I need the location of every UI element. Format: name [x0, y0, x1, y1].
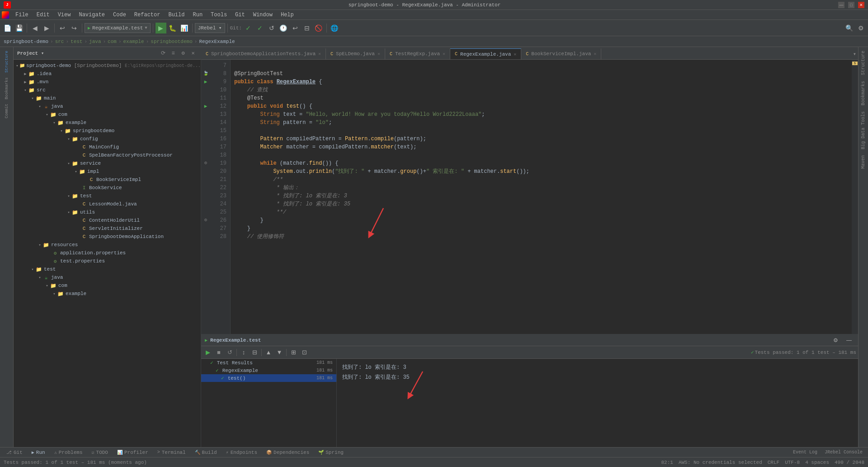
- tree-BookServiceImpl[interactable]: ▶ C BookServiceImpl: [14, 176, 201, 184]
- bottom-tab-profiler[interactable]: 📊 Profiler: [113, 449, 153, 456]
- tree-SpelBean[interactable]: ▶ C SpelBeanFactoryPostProcessor: [14, 151, 201, 159]
- bottom-tab-todo[interactable]: ☑ TODO: [87, 449, 113, 456]
- forward-button[interactable]: ▶: [41, 23, 52, 33]
- bookmarks-tool[interactable]: Bookmarks: [4, 76, 10, 101]
- search-everywhere-button[interactable]: 🔍: [844, 23, 854, 33]
- event-log-link[interactable]: Event Log: [789, 450, 821, 455]
- run-tree-test[interactable]: ✓ test() 181 ms: [201, 374, 336, 382]
- tree-com[interactable]: ▾ 📁 com: [14, 110, 201, 119]
- right-tab-bookmarks[interactable]: Bookmarks: [860, 78, 867, 108]
- tree-utils[interactable]: ▾ 📁 utils: [14, 208, 201, 216]
- git-pull-button[interactable]: ↺: [266, 23, 277, 33]
- bc-project[interactable]: springboot-demo: [4, 39, 48, 44]
- code-editor[interactable]: 🍃 ▶ ▶ ⊙ ⊙: [201, 60, 858, 334]
- run-tree-TestResults[interactable]: ✓ Test Results 181 ms: [201, 359, 336, 367]
- redo-button[interactable]: ↪: [69, 23, 80, 33]
- minimize-button[interactable]: —: [838, 2, 844, 8]
- settings-button[interactable]: ⚙: [855, 23, 866, 33]
- bc-example[interactable]: example: [123, 39, 144, 44]
- tabs-menu-button[interactable]: ▾: [851, 49, 858, 59]
- bc-test[interactable]: test: [71, 39, 82, 44]
- tree-example[interactable]: ▾ 📁 example: [14, 119, 201, 127]
- menu-refactor[interactable]: Refactor: [131, 11, 164, 19]
- tree-impl[interactable]: ▾ 📁 impl: [14, 167, 201, 176]
- tree-BookService[interactable]: ▶ I BookService: [14, 184, 201, 192]
- gutter-8[interactable]: 🍃: [201, 70, 210, 78]
- bottom-tab-dependencies[interactable]: 📦 Dependencies: [262, 449, 314, 456]
- bottom-tab-run[interactable]: ▶ Run: [27, 449, 50, 456]
- menu-help[interactable]: Help: [277, 11, 297, 19]
- structure-tool[interactable]: Structure: [4, 49, 10, 75]
- git-push-button[interactable]: ✓: [255, 23, 265, 33]
- git-history-button[interactable]: 🕐: [278, 23, 289, 33]
- tree-resources[interactable]: ▾ 📁 resources: [14, 241, 201, 249]
- close-tab-SpELDemo[interactable]: ✕: [377, 51, 380, 57]
- save-button[interactable]: 💾: [14, 23, 24, 33]
- close-tab-TestRegExp[interactable]: ✕: [443, 51, 445, 57]
- project-sync-btn[interactable]: ⟳: [159, 49, 167, 57]
- project-hide-btn[interactable]: ✕: [189, 49, 197, 57]
- run-tree-RegexExample[interactable]: ✓ RegexExample 181 ms: [201, 367, 336, 374]
- tree-mvn[interactable]: ▶ 📁 .mvn: [14, 78, 201, 86]
- git-check-button[interactable]: ✓: [243, 23, 254, 33]
- tab-SpringbootDemoApplicationTests[interactable]: C SpringbootDemoApplicationTests.java ✕: [201, 48, 326, 59]
- right-tab-big-data-tools[interactable]: Big Data Tools: [860, 109, 867, 152]
- tree-test-properties[interactable]: ▶ ⚙ test.properties: [14, 257, 201, 265]
- bottom-tab-terminal[interactable]: > Terminal: [153, 449, 190, 456]
- run-prev-button[interactable]: ▲: [264, 348, 274, 357]
- menu-navigate[interactable]: Navigate: [75, 11, 108, 19]
- debug-button[interactable]: 🐛: [167, 23, 178, 33]
- bottom-tab-git[interactable]: ⎇ Git: [2, 449, 27, 456]
- tree-LessonModel[interactable]: ▶ C LessonModel.java: [14, 200, 201, 208]
- menu-tools[interactable]: Tools: [207, 11, 231, 19]
- tree-ServletInitializer[interactable]: ▶ C ServletInitializer: [14, 224, 201, 233]
- tree-MainConfig[interactable]: ▶ C MainConfig: [14, 143, 201, 151]
- tree-java[interactable]: ▾ ☕ java: [14, 102, 201, 110]
- tab-BookServiceImpl[interactable]: C BookServiceImpl.java ✕: [521, 48, 601, 59]
- close-tab-SpringbootDemoApplicationTests[interactable]: ✕: [318, 51, 321, 57]
- undo-button[interactable]: ↩: [57, 23, 68, 33]
- close-button[interactable]: ✕: [858, 2, 864, 8]
- tree-springbootdemo[interactable]: ▾ 📁 springbootdemo: [14, 127, 201, 135]
- bottom-tab-build[interactable]: 🔨 Build: [190, 449, 222, 456]
- menu-code[interactable]: Code: [109, 11, 130, 19]
- tab-RegexExample[interactable]: C RegexExample.java ✕: [450, 48, 521, 59]
- status-indent[interactable]: 4 spaces: [805, 460, 829, 465]
- status-position[interactable]: 82:1: [661, 460, 673, 465]
- tree-src[interactable]: ▾ 📁 src: [14, 86, 201, 94]
- tree-SpringbootDemoApplication[interactable]: ▶ C SpringbootDemoApplication: [14, 233, 201, 241]
- bc-com[interactable]: com: [108, 39, 117, 44]
- menu-view[interactable]: View: [54, 11, 75, 19]
- menu-run[interactable]: Run: [189, 11, 206, 19]
- gutter-9[interactable]: ▶: [201, 78, 210, 86]
- commit-tool[interactable]: Commit: [4, 102, 10, 120]
- gutter-12[interactable]: ▶: [201, 102, 210, 110]
- tree-config[interactable]: ▾ 📁 config: [14, 135, 201, 143]
- jrebel-dropdown[interactable]: JRebel ▾: [195, 23, 225, 33]
- run-panel-settings[interactable]: ⚙: [830, 335, 841, 346]
- bottom-tab-endpoints[interactable]: ⚡ Endpoints: [222, 449, 262, 456]
- tree-com-test[interactable]: ▾ 📁 com: [14, 281, 201, 290]
- run-sort-button[interactable]: ↕: [239, 348, 249, 357]
- tree-java-test[interactable]: ▾ ☕ java: [14, 273, 201, 281]
- bottom-tab-problems[interactable]: ⚠ Problems: [50, 449, 87, 456]
- status-aws[interactable]: AWS: No credentials selected: [679, 460, 762, 465]
- menu-file[interactable]: File: [12, 11, 32, 19]
- run-expand-button[interactable]: ⊞: [288, 348, 298, 357]
- close-tab-BookServiceImpl[interactable]: ✕: [594, 51, 596, 57]
- run-filter-button[interactable]: ⊟: [250, 348, 259, 357]
- translate-button[interactable]: 🌐: [329, 23, 340, 33]
- run-next-button[interactable]: ▼: [274, 348, 284, 357]
- bc-file[interactable]: RegexExample: [199, 39, 235, 44]
- tree-main[interactable]: ▾ 📁 main: [14, 94, 201, 102]
- tree-idea[interactable]: ▶ 📁 .idea: [14, 70, 201, 78]
- right-tab-structure[interactable]: Structure: [860, 48, 867, 78]
- tree-test-folder[interactable]: ▾ 📁 test: [14, 192, 201, 200]
- back-button[interactable]: ◀: [29, 23, 40, 33]
- run-rerun-button[interactable]: ▶: [203, 348, 213, 357]
- tree-test-src[interactable]: ▾ 📁 test: [14, 265, 201, 273]
- bc-src[interactable]: src: [55, 39, 64, 44]
- new-file-button[interactable]: 📄: [2, 23, 13, 33]
- bc-springbootdemo[interactable]: springbootdemo: [151, 39, 192, 44]
- tab-TestRegExp[interactable]: C TestRegExp.java ✕: [385, 48, 450, 59]
